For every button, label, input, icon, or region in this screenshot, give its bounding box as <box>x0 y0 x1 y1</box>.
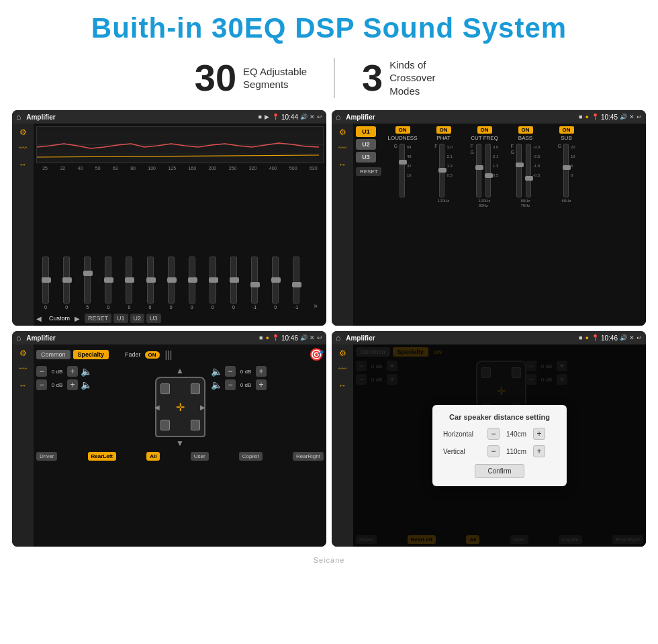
fader-fr-minus[interactable]: − <box>225 366 236 377</box>
eq-track-7[interactable] <box>168 257 175 304</box>
zone-copilot-btn[interactable]: Copilot <box>239 452 263 461</box>
crossover-label: Kinds ofCrossover Modes <box>389 58 463 98</box>
fader-arrows-icon[interactable]: ↔ <box>19 381 27 390</box>
fader-common-btn[interactable]: Common <box>36 350 70 359</box>
eq-track-2[interactable] <box>63 257 70 304</box>
eq-play-icon[interactable]: ▶ <box>265 113 269 120</box>
crossover-cols-content: ON LOUDNESS ON PHAT ON CUT FREQ <box>384 126 643 323</box>
crossover-reset-btn[interactable]: RESET <box>356 167 381 176</box>
fader-rr-val: 0 dB <box>238 382 253 388</box>
crossover-speaker-icon[interactable]: ↔ <box>338 160 346 169</box>
distance-main-content: Common Specialty ON − 0 dB + − <box>353 344 646 547</box>
crossover-back-icon[interactable]: ↩ <box>637 113 642 120</box>
eq-u3-btn[interactable]: U3 <box>146 314 161 323</box>
fader-left-arrow[interactable]: ◀ <box>154 404 160 411</box>
dialog-vertical-minus[interactable]: − <box>487 445 500 457</box>
u3-button[interactable]: U3 <box>356 152 376 163</box>
fader-specialty-btn[interactable]: Specialty <box>73 350 109 359</box>
confirm-button[interactable]: Confirm <box>475 464 524 478</box>
fader-right-arrow[interactable]: ▶ <box>200 404 205 411</box>
fader-rl-plus[interactable]: + <box>67 379 78 390</box>
crossover-wave-icon[interactable]: 〰 <box>338 144 346 153</box>
distance-filter-icon[interactable]: ⚙ <box>339 349 346 358</box>
zone-user-btn[interactable]: User <box>191 452 209 461</box>
distance-dot-icon: ● <box>585 334 589 341</box>
dialog-vertical-label: Vertical <box>443 448 483 455</box>
freq-250: 250 <box>229 166 237 171</box>
eq-track-5[interactable] <box>126 257 132 304</box>
eq-main-content: 25 32 40 50 63 80 100 125 160 200 250 32… <box>34 124 326 326</box>
car-diagram: ✛ <box>155 377 205 437</box>
zone-rearright-btn[interactable]: RearRight <box>293 452 324 461</box>
distance-location-icon: 📍 <box>592 334 599 341</box>
fader-fl-minus[interactable]: − <box>36 366 47 377</box>
fader-close-icon[interactable]: ✕ <box>310 334 315 341</box>
eq-volume-icon: 🔊 <box>300 113 308 120</box>
eq-speaker-icon[interactable]: ↔ <box>19 160 27 169</box>
eq-filter-icon[interactable]: ⚙ <box>19 128 27 137</box>
zone-all-btn[interactable]: All <box>146 452 160 461</box>
u1-button[interactable]: U1 <box>356 126 376 137</box>
eq-prev-icon[interactable]: ◀ <box>36 315 42 322</box>
on-bass: ON <box>518 126 533 134</box>
fader-home-icon[interactable]: ⌂ <box>16 333 21 342</box>
distance-wave-icon[interactable]: 〰 <box>338 365 346 374</box>
fader-fl-plus[interactable]: + <box>67 366 78 377</box>
fader-down-arrow[interactable]: ▼ <box>176 439 184 448</box>
fader-fr-plus[interactable]: + <box>256 366 267 377</box>
eq-track-1[interactable] <box>42 257 49 304</box>
dialog-horizontal-minus[interactable]: − <box>487 428 500 440</box>
fader-rr-plus[interactable]: + <box>256 379 267 390</box>
eq-u1-btn[interactable]: U1 <box>113 314 128 323</box>
eq-track-10[interactable] <box>230 257 237 304</box>
eq-track-4[interactable] <box>105 257 111 304</box>
dialog-overlay: Car speaker distance setting Horizontal … <box>353 344 646 547</box>
distance-home-icon[interactable]: ⌂ <box>336 333 340 342</box>
eq-back-icon[interactable]: ↩ <box>317 113 322 120</box>
distance-close-icon[interactable]: ✕ <box>629 334 634 341</box>
crossover-close-icon[interactable]: ✕ <box>629 113 634 120</box>
seat-rear-left <box>160 420 170 430</box>
freq-63: 63 <box>113 166 118 171</box>
eq-slider-12: 0 <box>272 257 279 310</box>
distance-arrows-icon[interactable]: ↔ <box>338 381 346 390</box>
u2-button[interactable]: U2 <box>356 139 376 150</box>
eq-reset-btn[interactable]: RESET <box>85 314 111 323</box>
speaker-fr-icon: 🔈 <box>211 366 222 377</box>
fader-wave-icon[interactable]: 〰 <box>19 365 27 374</box>
distance-back-icon[interactable]: ↩ <box>637 334 642 341</box>
distance-status-icons: 📍 10:46 🔊 ✕ ↩ <box>592 334 642 342</box>
fader-rl-minus[interactable]: − <box>36 379 47 390</box>
eq-u2-btn[interactable]: U2 <box>130 314 145 323</box>
phat-slider: F 3.02.11.30.5 120Hz <box>425 144 462 323</box>
home-icon[interactable]: ⌂ <box>16 112 21 122</box>
eq-wave-icon[interactable]: 〰 <box>19 144 27 153</box>
eq-next-icon[interactable]: ▶ <box>75 315 80 322</box>
cutfreq-slider: F G 3.02.11.30.5 <box>466 144 503 323</box>
eq-track-6[interactable] <box>147 257 154 304</box>
eq-number: 30 <box>195 59 236 97</box>
eq-track-9[interactable] <box>209 257 216 304</box>
fader-up-arrow[interactable]: ▲ <box>176 366 184 375</box>
fader-filter-icon[interactable]: ⚙ <box>19 349 27 358</box>
on-cutfreq: ON <box>477 126 492 134</box>
dialog-vertical-plus[interactable]: + <box>533 445 545 457</box>
zone-driver-btn[interactable]: Driver <box>36 452 57 461</box>
eq-track-3[interactable] <box>84 257 91 304</box>
dialog-horizontal-plus[interactable]: + <box>533 428 545 440</box>
eq-close-icon[interactable]: ✕ <box>310 113 315 120</box>
expand-icon[interactable]: » <box>314 302 318 310</box>
eq-track-8[interactable] <box>189 257 195 304</box>
eq-track-13[interactable] <box>293 257 299 304</box>
col-cutfreq: ON CUT FREQ <box>466 126 503 141</box>
fader-back-icon[interactable]: ↩ <box>317 334 322 341</box>
crossover-sidebar: ⚙ 〰 ↔ <box>332 124 353 326</box>
crossover-home-icon[interactable]: ⌂ <box>336 112 340 122</box>
eq-track-12[interactable] <box>272 257 279 304</box>
fader-time: 10:46 <box>281 334 298 342</box>
eq-track-11[interactable] <box>251 257 258 304</box>
crossover-filter-icon[interactable]: ⚙ <box>339 128 346 137</box>
fader-rr-minus[interactable]: − <box>225 379 236 390</box>
crossover-sliders: G 64483216 <box>384 144 643 323</box>
zone-rearleft-btn[interactable]: RearLeft <box>88 452 116 461</box>
